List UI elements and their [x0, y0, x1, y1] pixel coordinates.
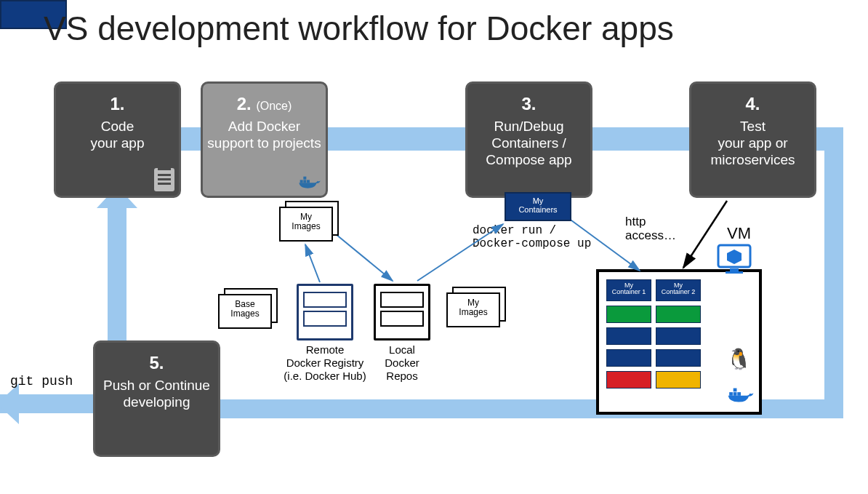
step-5-number: 5.	[100, 353, 214, 373]
docker-whale-icon	[298, 172, 321, 191]
step-3-number: 3.	[472, 94, 586, 114]
svg-line-14	[417, 224, 503, 281]
step-3-text: Run/Debug Containers / Compose app	[472, 119, 586, 168]
svg-line-15	[568, 218, 640, 271]
step-2-number: 2. (Once)	[207, 94, 321, 114]
svg-rect-1	[303, 180, 306, 183]
card-front: My Images	[446, 292, 500, 327]
svg-rect-3	[303, 177, 306, 180]
step-4-text: Test your app or microservices	[696, 119, 810, 168]
step-3-run-debug: 3. Run/Debug Containers / Compose app	[465, 81, 592, 198]
svg-line-12	[305, 244, 320, 282]
svg-line-13	[336, 234, 393, 281]
svg-rect-2	[307, 180, 310, 183]
step-1-number: 1.	[60, 94, 174, 114]
step-5-text: Push or Continue developing	[100, 378, 214, 411]
step-2-text: Add Docker support to projects	[207, 119, 321, 152]
step-2-once: (Once)	[256, 100, 292, 112]
step-5-push-continue: 5. Push or Continue developing	[93, 340, 220, 457]
document-icon	[154, 168, 174, 191]
card-front: My Images	[279, 207, 333, 242]
svg-rect-5	[730, 268, 739, 271]
step-1-code-app: 1. Code your app	[54, 81, 181, 198]
step-4-test: 4. Test your app or microservices	[689, 81, 816, 198]
vm-monitor-icon	[717, 244, 752, 279]
my-containers-chip: My Containers	[505, 192, 571, 221]
card-front: Base Images	[218, 294, 272, 329]
svg-marker-7	[727, 250, 742, 264]
step-2-num-value: 2.	[237, 94, 252, 113]
svg-rect-0	[300, 180, 303, 183]
svg-rect-6	[726, 271, 743, 274]
step-2-add-docker-support: 2. (Once) Add Docker support to projects	[201, 81, 328, 198]
step-4-number: 4.	[696, 94, 810, 114]
step-1-text: Code your app	[60, 119, 174, 152]
